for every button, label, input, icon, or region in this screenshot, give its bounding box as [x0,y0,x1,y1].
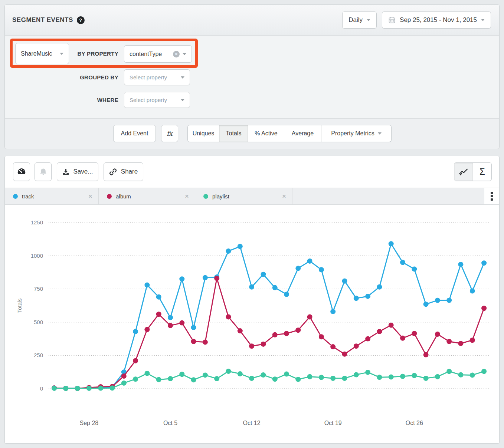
data-point-track[interactable] [203,275,208,280]
data-point-playlist[interactable] [214,376,219,381]
data-point-track[interactable] [330,309,336,314]
data-point-playlist[interactable] [389,375,394,380]
data-point-track[interactable] [319,267,324,272]
data-point-track[interactable] [261,272,266,277]
interval-dropdown[interactable]: Daily [342,11,377,29]
data-point-playlist[interactable] [423,376,429,381]
data-point-playlist[interactable] [52,386,57,391]
data-point-track[interactable] [470,289,475,294]
where-dropdown[interactable]: Select property [124,92,190,108]
data-point-track[interactable] [389,241,394,246]
close-icon[interactable]: ✕ [176,194,189,199]
data-point-album[interactable] [133,358,138,363]
data-point-track[interactable] [400,260,405,265]
data-point-playlist[interactable] [435,374,440,379]
data-point-playlist[interactable] [203,372,208,378]
data-point-playlist[interactable] [458,372,464,378]
data-point-album[interactable] [179,320,184,326]
data-point-track[interactable] [295,266,301,271]
data-point-album[interactable] [330,344,336,349]
data-point-album[interactable] [121,373,127,379]
data-point-album[interactable] [354,343,359,349]
data-point-album[interactable] [156,312,161,317]
data-point-album[interactable] [446,339,452,344]
data-point-playlist[interactable] [144,371,150,376]
data-point-playlist[interactable] [121,381,127,386]
data-point-album[interactable] [389,323,394,328]
data-point-track[interactable] [412,266,417,271]
data-point-album[interactable] [307,314,312,320]
sigma-toggle[interactable]: Σ [473,163,491,181]
data-point-track[interactable] [446,298,452,303]
data-point-track[interactable] [179,276,184,281]
date-range-dropdown[interactable]: Sep 25, 2015 - Nov 1, 2015 [382,11,491,29]
formula-button[interactable]: fx [161,125,178,142]
data-point-track[interactable] [226,248,231,254]
data-point-album[interactable] [191,339,196,344]
data-point-playlist[interactable] [330,376,336,381]
save-button[interactable]: Save... [57,162,98,181]
data-point-playlist[interactable] [400,374,405,379]
legend-tab-album[interactable]: album ✕ [99,188,195,204]
tab-average[interactable]: Average [284,125,321,142]
data-point-album[interactable] [470,337,475,343]
data-point-track[interactable] [365,294,370,299]
data-point-track[interactable] [458,262,464,267]
dashboard-gauge-button[interactable] [13,162,30,181]
data-point-playlist[interactable] [261,372,266,378]
data-point-track[interactable] [284,292,289,297]
data-point-playlist[interactable] [226,369,231,374]
data-point-track[interactable] [156,294,161,300]
alert-bell-button[interactable] [35,162,52,181]
data-point-album[interactable] [295,327,301,333]
data-point-playlist[interactable] [272,376,278,382]
data-point-album[interactable] [423,352,429,358]
data-point-track[interactable] [342,279,347,284]
data-point-album[interactable] [284,331,289,336]
data-point-album[interactable] [458,341,464,346]
data-point-track[interactable] [133,329,138,334]
data-point-track[interactable] [168,315,173,320]
data-point-playlist[interactable] [238,371,243,376]
data-point-album[interactable] [203,340,208,345]
data-point-track[interactable] [354,296,359,301]
data-point-playlist[interactable] [110,385,115,391]
data-point-playlist[interactable] [133,376,138,382]
data-point-album[interactable] [238,328,243,333]
data-point-playlist[interactable] [319,375,324,380]
help-icon[interactable]: ? [77,16,85,24]
close-icon[interactable]: ✕ [273,194,286,199]
data-point-playlist[interactable] [446,369,452,374]
data-point-track[interactable] [435,298,440,303]
data-point-playlist[interactable] [86,386,92,391]
tab-uniques[interactable]: Uniques [187,125,219,142]
data-point-playlist[interactable] [249,376,254,381]
data-point-album[interactable] [342,352,347,357]
event-dropdown[interactable]: ShareMusic [15,43,69,64]
data-point-playlist[interactable] [481,369,487,374]
data-point-playlist[interactable] [63,386,68,391]
data-point-album[interactable] [144,327,150,332]
grouped-by-dropdown[interactable]: Select property [124,69,190,85]
data-point-track[interactable] [377,284,382,290]
data-point-playlist[interactable] [354,372,359,377]
tab-totals[interactable]: Totals [219,125,248,142]
data-point-album[interactable] [365,336,370,342]
data-point-playlist[interactable] [284,372,289,377]
data-point-playlist[interactable] [377,375,382,380]
data-point-playlist[interactable] [295,377,301,382]
data-point-album[interactable] [168,323,173,328]
share-button[interactable]: Share [104,162,143,181]
data-point-playlist[interactable] [307,374,312,379]
data-point-playlist[interactable] [168,376,173,381]
line-chart-toggle[interactable] [454,163,473,181]
add-event-button[interactable]: Add Event [113,125,156,142]
data-point-track[interactable] [238,244,243,249]
data-point-album[interactable] [435,332,440,337]
data-point-playlist[interactable] [156,377,161,382]
data-point-track[interactable] [307,258,312,264]
data-point-track[interactable] [481,260,487,266]
data-point-album[interactable] [319,334,324,339]
data-point-track[interactable] [423,302,429,307]
data-point-album[interactable] [261,342,266,347]
